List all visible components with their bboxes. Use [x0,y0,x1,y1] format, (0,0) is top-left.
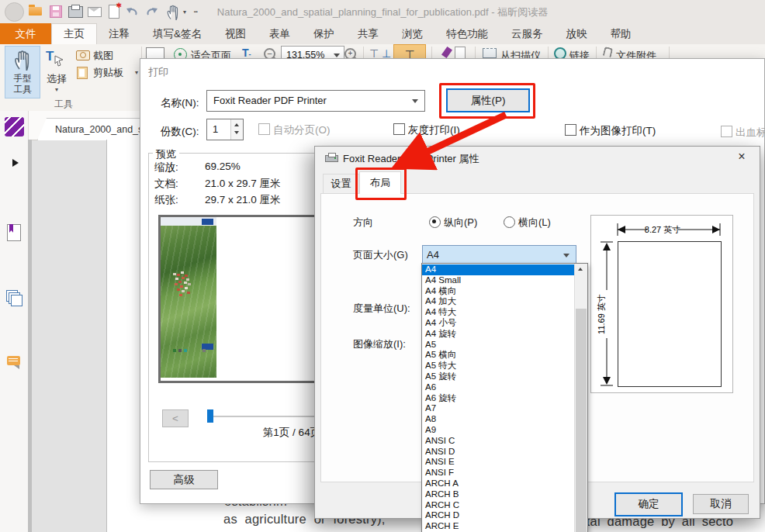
comments-panel-icon[interactable] [7,356,20,365]
spin-up-icon[interactable] [234,123,239,126]
page-size-option[interactable]: A9 [422,425,574,436]
page-size-option[interactable]: A4 [422,264,574,275]
panel-splitter[interactable] [28,140,32,532]
hand-tool-label-2: 工具 [5,84,40,95]
page-size-option[interactable]: ARCH E [422,521,574,532]
page-size-option[interactable]: ARCH D [422,510,574,521]
redo-icon[interactable] [146,6,158,17]
ribbon-tab-share[interactable]: 共享 [346,23,390,44]
page-size-option[interactable]: A6 [422,382,574,393]
hand-tool-button[interactable]: 手型 工具 [5,46,40,98]
ribbon-tab-help[interactable]: 帮助 [599,23,643,44]
advanced-button[interactable]: 高级 [150,470,218,489]
page-size-option[interactable]: A5 横向 [422,350,574,361]
page-size-option[interactable]: ANSI D [422,447,574,458]
ribbon-tab-protect[interactable]: 保护 [302,23,346,44]
copies-spinner[interactable]: 1 [206,119,244,140]
spinner-arrows[interactable] [230,119,243,140]
toolbar-separator [669,47,670,59]
attachment-icon[interactable] [603,47,614,57]
cover-photo: Natura spatial [161,217,216,378]
ribbon-tab-fill-sign[interactable]: 填写&签名 [141,23,213,44]
page-size-option[interactable]: A4 Small [422,275,574,286]
expand-panel-icon[interactable] [12,159,19,167]
portrait-label: 纵向(P) [444,216,477,230]
pages-panel-icon[interactable] [6,290,18,302]
ribbon-tab-home[interactable]: 主页 [51,23,97,44]
page-slider-thumb[interactable] [207,409,213,423]
close-icon[interactable]: × [732,150,752,165]
text-viewer-icon[interactable]: T- [242,47,251,59]
page-size-option[interactable]: ANSI E [422,457,574,468]
cancel-button[interactable]: 取消 [693,494,749,514]
hand-tool-icon[interactable] [166,4,180,20]
select-dropdown-caret[interactable]: ▾ [42,86,71,93]
page-size-option[interactable]: ARCH A [422,478,574,489]
app-menu-button[interactable] [5,2,24,22]
open-icon[interactable] [29,7,42,16]
ribbon-tab-features[interactable]: 特色功能 [434,23,500,44]
ribbon-tab-slideshow[interactable]: 放映 [555,23,599,44]
scrollbar-thumb[interactable] [576,309,587,532]
image-scale-label: 图像缩放(I): [353,337,406,351]
page-size-option[interactable]: A5 [422,340,574,351]
email-icon[interactable] [88,7,102,17]
page-size-value: A4 [427,249,439,261]
print-as-image-checkbox[interactable] [565,124,576,136]
ribbon-tab-file[interactable]: 文件 [0,23,51,44]
ribbon-tab-comment[interactable]: 注释 [97,23,141,44]
ribbon-tab-form[interactable]: 表单 [258,23,302,44]
page-size-option[interactable]: ANSI F [422,468,574,478]
page-size-option[interactable]: ARCH C [422,500,574,511]
highlighter-pen-icon[interactable] [441,47,452,58]
ok-button[interactable]: 确定 [614,492,683,516]
scanner-icon[interactable] [483,48,497,58]
ribbon-tab-cloud[interactable]: 云服务 [500,23,555,44]
page-size-option[interactable]: A4 加大 [422,296,574,307]
grayscale-checkbox[interactable] [393,123,405,135]
page-size-caret[interactable] [563,254,569,257]
ribbon-tab-view[interactable]: 视图 [213,23,258,44]
page-size-option[interactable]: A5 特大 [422,361,574,371]
page-size-option[interactable]: A4 特大 [422,307,574,318]
cover-blue-band [202,219,213,225]
snapshot-button[interactable]: 截图 [76,49,113,63]
printer-icon [325,155,338,162]
tab-settings[interactable]: 设置 [323,174,359,194]
page-size-option[interactable]: A8 [422,414,574,425]
clipboard-dropdown-caret[interactable]: ▾ [135,69,138,76]
foxit-logo-icon[interactable] [5,117,24,136]
page-size-option[interactable]: ANSI C [422,436,574,447]
ribbon-tab-browse[interactable]: 浏览 [390,23,434,44]
page-size-option[interactable]: A4 小号 [422,318,574,329]
select-tool-button[interactable]: T 选择 ▾ [42,47,71,93]
portrait-radio[interactable] [429,216,441,228]
copies-label: 份数(C): [161,125,199,139]
scroll-up-icon[interactable] [578,268,583,271]
page-size-option[interactable]: A5 旋转 [422,371,574,382]
zoom-dropdown-caret[interactable] [334,54,340,57]
select-tool-icon: T [42,47,71,72]
tab-layout[interactable]: 布局 [359,171,401,194]
undo-icon[interactable] [126,6,138,17]
bleed-marks-label: 出血标 [736,126,765,140]
spin-down-icon[interactable] [234,131,239,134]
page-size-option[interactable]: ARCH B [422,489,574,500]
printer-dropdown-caret[interactable] [412,99,418,103]
bookmarks-icon[interactable] [7,224,21,241]
print-icon[interactable] [68,6,83,18]
hand-dropdown-caret[interactable]: ▾ [183,9,186,16]
previous-page-button[interactable]: < [162,409,189,427]
printer-name-combobox[interactable]: Foxit Reader PDF Printer [206,90,425,112]
page-size-option[interactable]: A7 [422,403,574,414]
properties-button[interactable]: 属性(P) [446,88,530,112]
save-icon[interactable] [50,5,62,18]
landscape-radio[interactable] [504,216,515,228]
new-document-icon[interactable] [109,5,119,19]
customize-toolbar-icon[interactable]: ╍ [194,9,198,16]
dropdown-scrollbar[interactable] [574,264,587,532]
clipboard-button[interactable]: 剪贴板 ▾ [76,66,123,80]
page-size-option[interactable]: A4 横向 [422,286,574,297]
page-size-option[interactable]: A4 旋转 [422,329,574,340]
page-size-option[interactable]: A6 旋转 [422,393,574,404]
